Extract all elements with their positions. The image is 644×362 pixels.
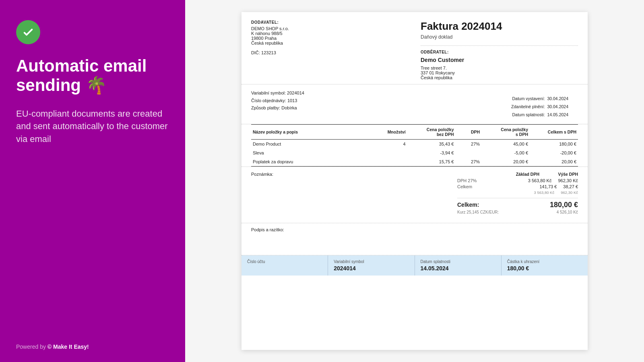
description-text: EU-compliant documents are created and s… bbox=[16, 107, 169, 146]
order-number: Číslo objednávky: 1013 bbox=[251, 97, 372, 105]
table-row: Sleva -3,94 € -5,00 € -20,00 € bbox=[251, 148, 578, 157]
supplier-dic: DIČ: 123213 bbox=[251, 50, 409, 55]
note-block: Poznámka: bbox=[251, 172, 457, 218]
row1-price-no-vat: 35,43 € bbox=[407, 139, 456, 148]
invoice-middle: Variabilní symbol: 2024014 Číslo objedná… bbox=[242, 84, 588, 124]
dph-row: DPH 27% 3 563,80 Kč 962,30 Kč bbox=[457, 178, 578, 183]
customer-address2: 337 01 Rokycany bbox=[421, 70, 578, 75]
invoice-table: Název položky a popis Množství Cena polo… bbox=[251, 124, 578, 167]
main-heading: Automatic email sending 🌴 bbox=[16, 56, 169, 95]
invoice: DODAVATEL: DEMO SHOP s.r.o. K náhonu 988… bbox=[242, 12, 588, 350]
date-issued-row: Datum vystavení: 30.04.2024 bbox=[493, 95, 568, 103]
col-name: Název položky a popis bbox=[251, 124, 378, 139]
date-due-row: Datum splatnosti: 14.05.2024 bbox=[493, 111, 568, 119]
row3-price-no-vat: 15,75 € bbox=[407, 157, 456, 167]
row2-total: -20,00 € bbox=[530, 148, 578, 157]
row1-total: 180,00 € bbox=[530, 139, 578, 148]
col-price-no-vat: Cena položkybez DPH bbox=[407, 124, 456, 139]
supplier-info: DODAVATEL: DEMO SHOP s.r.o. K náhonu 988… bbox=[251, 20, 417, 80]
supplier-label: DODAVATEL: bbox=[251, 20, 409, 25]
customer-address3: Česká republika bbox=[421, 75, 578, 80]
row1-vat: 27% bbox=[455, 139, 481, 148]
summary-totals: Základ DPH Výše DPH DPH 27% 3 563,80 Kč … bbox=[457, 172, 578, 218]
footer-variable: Variabilní symbol 2024014 bbox=[328, 255, 415, 276]
signature-label: Podpis a razítko: bbox=[251, 227, 578, 232]
supplier-name: DEMO SHOP s.r.o. bbox=[251, 26, 409, 31]
row2-qty bbox=[378, 148, 407, 157]
footer-amount: Částka k uhrazení 180,00 € bbox=[502, 255, 588, 276]
col-total: Celkem s DPH bbox=[530, 124, 578, 139]
powered-by: Powered by © Make It Easy! bbox=[16, 343, 89, 350]
invoice-table-wrap: Název položky a popis Množství Cena polo… bbox=[242, 124, 588, 167]
summary-header: Základ DPH Výše DPH bbox=[457, 172, 578, 177]
row1-price-with-vat: 45,00 € bbox=[481, 139, 530, 148]
row3-qty bbox=[378, 157, 407, 167]
invoice-header: DODAVATEL: DEMO SHOP s.r.o. K náhonu 988… bbox=[242, 12, 588, 84]
invoice-summary: Poznámka: Základ DPH Výše DPH DPH 27% 3 … bbox=[242, 167, 588, 223]
row2-price-with-vat: -5,00 € bbox=[481, 148, 530, 157]
kurz-row: Kurz 25,145 CZK/EUR: 4 526,10 Kč bbox=[457, 210, 578, 214]
row3-price-with-vat: 20,00 € bbox=[481, 157, 530, 167]
note-label: Poznámka: bbox=[251, 172, 457, 177]
right-panel: DODAVATEL: DEMO SHOP s.r.o. K náhonu 988… bbox=[185, 0, 644, 362]
customer-address1: Tree street 7. bbox=[421, 66, 578, 70]
row1-qty: 4 bbox=[378, 139, 407, 148]
left-panel: Automatic email sending 🌴 EU-compliant d… bbox=[0, 0, 185, 362]
supplier-address3: Česká republika bbox=[251, 41, 409, 45]
date-taxable-row: Zdanitelné plnění: 30.04.2024 bbox=[493, 103, 568, 111]
variable-info: Variabilní symbol: 2024014 Číslo objedná… bbox=[251, 89, 372, 119]
subtotal-czk-row: 3 563,80 Kč 962,30 Kč bbox=[457, 190, 578, 195]
variable-symbol: Variabilní symbol: 2024014 bbox=[251, 89, 372, 97]
col-qty: Množství bbox=[378, 124, 407, 139]
row1-name: Demo Product bbox=[251, 139, 378, 148]
footer-account-value bbox=[247, 265, 322, 272]
invoice-footer: Číslo účtu Variabilní symbol 2024014 Dat… bbox=[242, 255, 588, 276]
col-price-with-vat: Cena položkys DPH bbox=[481, 124, 530, 139]
footer-amount-value: 180,00 € bbox=[507, 265, 582, 272]
supplier-address2: 19800 Praha bbox=[251, 36, 409, 41]
table-row: Demo Product 4 35,43 € 27% 45,00 € 180,0… bbox=[251, 139, 578, 148]
footer-variable-value: 2024014 bbox=[334, 265, 409, 272]
footer-due-value: 14.05.2024 bbox=[421, 265, 495, 272]
col-vat: DPH bbox=[455, 124, 481, 139]
row3-vat: 27% bbox=[455, 157, 481, 167]
invoice-subtitle: Daňový doklad bbox=[421, 34, 578, 40]
signature-block: Podpis a razítko: bbox=[242, 223, 588, 255]
total-row: Celkem: 180,00 € bbox=[457, 198, 578, 209]
row3-total: 20,00 € bbox=[530, 157, 578, 167]
celkem-row: Celkem 141,73 € 38,27 € bbox=[457, 184, 578, 189]
row2-name: Sleva bbox=[251, 148, 378, 157]
row2-price-no-vat: -3,94 € bbox=[407, 148, 456, 157]
invoice-title-block: Faktura 2024014 Daňový doklad ODBĚRATEL:… bbox=[417, 20, 578, 80]
dates-block: Datum vystavení: 30.04.2024 Zdanitelné p… bbox=[493, 89, 578, 119]
payment-method: Způsob platby: Dobírka bbox=[251, 104, 372, 112]
customer-name: Demo Customer bbox=[421, 57, 578, 63]
supplier-address1: K náhonu 988/5 bbox=[251, 31, 409, 36]
table-row: Poplatek za dopravu 15,75 € 27% 20,00 € … bbox=[251, 157, 578, 167]
row2-vat bbox=[455, 148, 481, 157]
check-icon bbox=[16, 20, 40, 44]
invoice-title: Faktura 2024014 bbox=[421, 20, 578, 33]
footer-account: Číslo účtu bbox=[242, 255, 328, 276]
row3-name: Poplatek za dopravu bbox=[251, 157, 378, 167]
footer-due: Datum splatnosti 14.05.2024 bbox=[415, 255, 502, 276]
customer-label: ODBĚRATEL: bbox=[421, 50, 578, 54]
